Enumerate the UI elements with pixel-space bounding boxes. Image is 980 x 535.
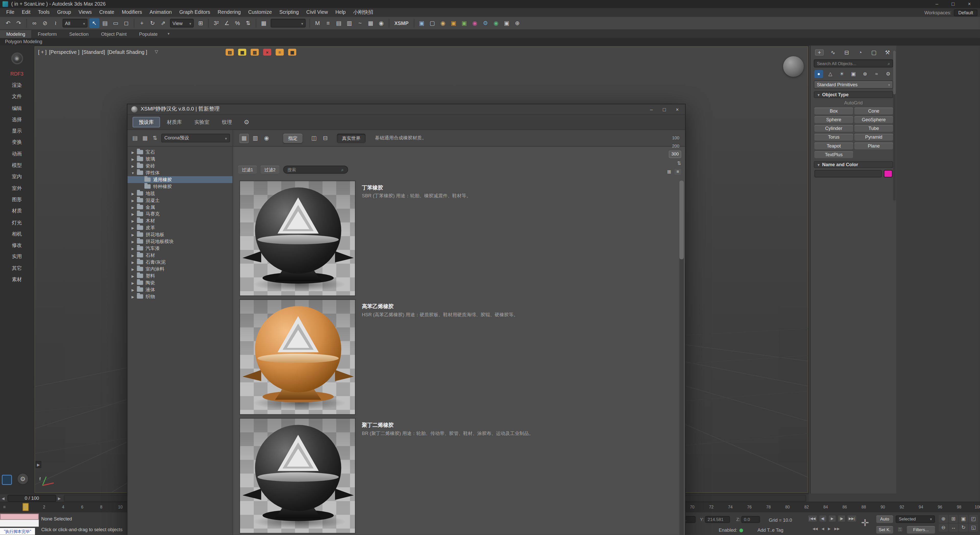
sidebar-item[interactable]: 显示	[0, 125, 34, 137]
bind-to-spacewarp-icon[interactable]: ≀	[51, 18, 60, 28]
tree-item[interactable]: ▶液体	[127, 286, 232, 293]
spacewarps-category[interactable]: ≈	[872, 70, 881, 78]
tree-item[interactable]: 特种橡胶	[127, 183, 232, 190]
angle-snap-icon[interactable]: ∠	[222, 18, 232, 28]
add-time-tag[interactable]: Add T..e Tag	[757, 527, 783, 533]
sidebar-item[interactable]: 渲染	[0, 79, 34, 91]
sidebar-item[interactable]: 修改	[0, 240, 34, 251]
zoom-window-icon[interactable]: ⊞	[949, 515, 958, 523]
snap-toggle-icon[interactable]: 3²	[211, 18, 221, 28]
unlink-selection-icon[interactable]: ⊘	[40, 18, 50, 28]
sidebar-item[interactable]: 变换	[0, 137, 34, 148]
selected-key-dropdown[interactable]: Selected▾	[896, 515, 935, 523]
select-rotate-icon[interactable]: ↻	[148, 18, 158, 28]
tree-item[interactable]: ▶拼花地板	[127, 231, 232, 238]
use-center-icon[interactable]: ⊞	[196, 18, 205, 28]
primitives-dropdown[interactable]: Standard Primitives▾	[814, 81, 893, 89]
selection-filter-dropdown[interactable]: All▾	[62, 19, 88, 27]
select-and-link-icon[interactable]: ∞	[29, 18, 39, 28]
tree-arrow-icon[interactable]: ▶	[130, 198, 135, 202]
tree-item[interactable]: ▶织物	[127, 293, 232, 300]
modify-tab[interactable]: ∿	[829, 49, 837, 56]
viewport-layout-button[interactable]	[2, 475, 12, 485]
sidebar-item[interactable]: 文件	[0, 91, 34, 102]
play-button[interactable]: ▶	[828, 515, 836, 522]
next-frame-button[interactable]: |▶	[837, 515, 846, 522]
tree-arrow-icon[interactable]: ▶	[130, 281, 135, 284]
tree-item[interactable]: ▶室内涂料	[127, 265, 232, 272]
assign-button[interactable]: 指定	[283, 133, 302, 143]
plugin-icon-1[interactable]: ▣	[449, 18, 458, 28]
primitive-button-pyramid[interactable]: Pyramid	[854, 134, 893, 141]
maxscript-listener-white[interactable]	[0, 520, 39, 527]
material-preview[interactable]	[239, 181, 355, 296]
percent-snap-icon[interactable]: %	[232, 18, 243, 28]
filter2-button[interactable]: 过滤2	[261, 166, 279, 174]
tree-item[interactable]: ▶陶瓷	[127, 279, 232, 286]
cameras-category[interactable]: ▣	[849, 70, 858, 78]
pin-icon[interactable]: ⊟	[321, 133, 330, 143]
plugin-icon-5[interactable]: ◉	[491, 18, 501, 28]
select-by-name-icon[interactable]: ▤	[100, 18, 110, 28]
sidebar-item[interactable]: 相机	[0, 228, 34, 240]
viewport-label-segment[interactable]: [Standard]	[82, 49, 105, 55]
tree-item[interactable]: ▶金属	[127, 204, 232, 211]
tree-item[interactable]: ▶汽车漆	[127, 245, 232, 252]
menu-item[interactable]: Views	[75, 8, 95, 17]
tree-arrow-icon[interactable]: ▶	[130, 157, 135, 161]
ribbon-tab-modeling[interactable]: Modeling	[0, 30, 32, 38]
primitive-button-cylinder[interactable]: Cylinder	[814, 125, 853, 132]
sort-tree-icon[interactable]: ⇅	[151, 135, 159, 141]
sidebar-item[interactable]: 模型	[0, 160, 34, 171]
tree-arrow-icon[interactable]: ▶	[130, 150, 135, 154]
zoom-icon[interactable]: ⊕	[939, 515, 948, 523]
panel-scrollbar[interactable]	[893, 51, 896, 200]
tree-arrow-icon[interactable]: ▶	[130, 164, 135, 168]
tree-item[interactable]: ▼弹性体	[127, 169, 232, 176]
helpers-category[interactable]: ⊕	[861, 70, 869, 78]
xsmp-tab-实验室[interactable]: 实验室	[189, 117, 215, 128]
motion-tab[interactable]: ◔	[856, 49, 865, 56]
primitive-button-tube[interactable]: Tube	[854, 125, 893, 132]
prev-frame-button[interactable]: ◀|	[819, 515, 827, 522]
primitive-button-teapot[interactable]: Teapot	[814, 143, 853, 150]
go-to-end-button[interactable]: ▶▶|	[847, 515, 857, 522]
panel-scrollbar-thumb[interactable]	[893, 51, 896, 94]
sidebar-item[interactable]: 选择	[0, 114, 34, 125]
name-color-rollout[interactable]: ▼ Name and Color	[814, 161, 893, 168]
listener-expand-icon[interactable]: ▶	[36, 461, 41, 468]
plugin-icon-2[interactable]: ▣	[459, 18, 469, 28]
undo-icon[interactable]: ↶	[3, 18, 13, 28]
tree-item[interactable]: ▶木材	[127, 217, 232, 224]
menu-item[interactable]: Civil View	[302, 8, 332, 17]
xsmp-shelf-grid-icon[interactable]: ▦	[288, 49, 296, 56]
sidebar-item[interactable]: 其它	[0, 262, 34, 274]
next-frame-arrow[interactable]: ▶	[56, 496, 62, 500]
prev-frame-arrow[interactable]: ◀	[0, 496, 6, 500]
ribbon-bar[interactable]: Polygon Modeling	[0, 38, 980, 45]
xsmp-titlebar[interactable]: XSMP静静汉化 v.8.0.0 | 哲新整理 – □ ×	[127, 105, 685, 115]
tree-item[interactable]: 通用橡胶	[127, 176, 232, 183]
material-preview[interactable]	[239, 299, 355, 415]
auto-key-button[interactable]: Auto	[876, 515, 893, 523]
rect-region-icon[interactable]: ▭	[111, 18, 121, 28]
key-back-icon[interactable]: ◀	[821, 527, 824, 530]
orbit-icon[interactable]: ↻	[959, 524, 968, 532]
set-key-icon[interactable]: ✛	[858, 514, 872, 532]
sphere-view-icon[interactable]: ◉	[262, 133, 271, 143]
card-view-icon[interactable]: ▥	[251, 133, 260, 143]
select-move-icon[interactable]: +	[137, 18, 147, 28]
material-editor-icon[interactable]: ◉	[376, 18, 386, 28]
thumb-view-icon[interactable]: ▦	[239, 133, 249, 143]
sidebar-item[interactable]: 材质	[0, 205, 34, 217]
object-color-swatch[interactable]	[884, 170, 892, 178]
tree-arrow-icon[interactable]: ▶	[130, 212, 135, 216]
tree-item[interactable]: ▶宝石	[127, 149, 232, 156]
ribbon-caret-icon[interactable]: ▾	[164, 30, 173, 38]
redo-icon[interactable]: ↷	[14, 18, 24, 28]
search-input[interactable]: 搜索 ⌕	[283, 166, 348, 174]
menu-item[interactable]: Help	[332, 8, 350, 17]
named-selection-dropdown[interactable]: ▾	[270, 19, 305, 27]
new-folder-icon[interactable]: ▤	[131, 135, 138, 141]
filter1-button[interactable]: 过滤1	[238, 166, 257, 174]
